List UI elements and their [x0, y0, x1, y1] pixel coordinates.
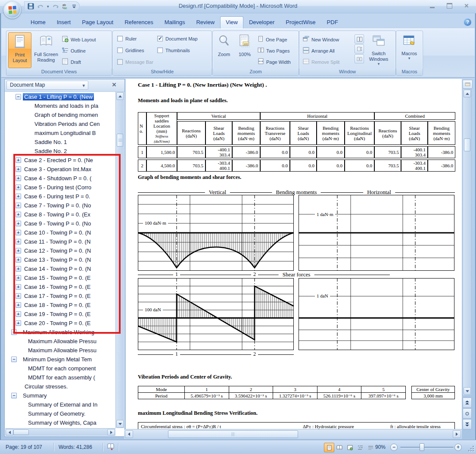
docmap-item[interactable]: Graph of bending momen [6, 110, 115, 119]
document-vertical-scrollbar[interactable] [463, 89, 472, 396]
status-print-layout-icon[interactable] [324, 443, 334, 452]
macros-button[interactable]: Macros ▾ [398, 32, 421, 68]
status-outline-icon[interactable] [355, 443, 365, 452]
tab-projectwise[interactable]: ProjectWise [280, 16, 321, 29]
tab-mailings[interactable]: Mailings [159, 16, 191, 29]
scroll-down-icon[interactable] [464, 387, 471, 395]
word-count[interactable]: Words: 41,286 [59, 444, 92, 450]
tab-pdf[interactable]: PDF [321, 16, 344, 29]
next-page-icon[interactable] [463, 419, 472, 429]
outline-button[interactable]: Outline [61, 46, 97, 55]
previous-page-icon[interactable] [463, 398, 472, 408]
docmap-item[interactable]: Summary of Weights, Capa [6, 418, 115, 427]
switch-windows-button[interactable]: Switch Windows ▾ [365, 32, 392, 68]
one-page-button[interactable]: One Page [256, 35, 292, 44]
arrange-all-button[interactable]: Arrange All [302, 46, 341, 55]
tab-insert[interactable]: Insert [51, 16, 77, 29]
ruler-checkbox[interactable]: Ruler [117, 35, 137, 42]
scroll-up-icon[interactable] [116, 92, 124, 100]
full-screen-reading-button[interactable]: Full Screen Reading [33, 32, 59, 68]
qat-customize-icon[interactable] [72, 4, 76, 9]
docmap-item[interactable]: Vibration Periods and Cen [6, 119, 115, 128]
tab-references[interactable]: References [119, 16, 159, 29]
tab-review[interactable]: Review [190, 16, 220, 29]
view-side-by-side-icon[interactable] [355, 34, 364, 44]
scrollbar-thumb[interactable] [13, 429, 29, 435]
print-layout-button[interactable]: Print Layout [8, 32, 31, 68]
view-ruler-toggle[interactable] [463, 80, 473, 89]
collapse-icon[interactable]: − [11, 393, 17, 398]
document-horizontal-scrollbar[interactable] [124, 429, 462, 439]
document-map-dropdown[interactable]: Document Map [6, 81, 88, 90]
docmap-item[interactable]: Saddle No. 1 [6, 138, 115, 147]
gridlines-checkbox[interactable]: Gridlines [117, 47, 144, 53]
document-map-checkbox-box[interactable] [157, 36, 163, 41]
maximize-button[interactable] [444, 2, 454, 9]
docmap-item[interactable]: Maximum Allowable Pressu [6, 346, 115, 355]
collapse-icon[interactable]: − [11, 357, 17, 362]
zoom-level[interactable]: 90% [375, 444, 386, 450]
scroll-left-icon[interactable] [125, 430, 133, 438]
docmap-item[interactable]: MDMT for each component [6, 364, 115, 373]
status-full-screen-icon[interactable] [334, 443, 345, 452]
minimize-button[interactable] [427, 2, 437, 9]
zoom-slider-handle[interactable] [420, 443, 424, 451]
help-icon[interactable]: ? [464, 19, 471, 26]
thumbnails-checkbox[interactable]: Thumbnails [157, 47, 190, 53]
tab-developer[interactable]: Developer [243, 16, 280, 29]
close-button[interactable]: ✕ [461, 2, 472, 9]
scrollbar-thumb[interactable] [168, 430, 298, 438]
page-indicator[interactable]: Page: 19 of 107 [6, 444, 42, 450]
zoom-slider-track[interactable] [400, 447, 454, 448]
thumbnails-checkbox-box[interactable] [157, 47, 163, 53]
zoom-100-button[interactable]: 100 100% [235, 32, 255, 68]
collapse-icon[interactable]: − [16, 94, 21, 100]
new-window-button[interactable]: New Window [302, 35, 341, 44]
docmap-item[interactable]: −Minimum Design Metal Tem [6, 355, 115, 364]
group-window: New Window Arrange All Remove Split Swit… [299, 31, 396, 76]
docmap-item[interactable]: Summary of Geometry. [6, 409, 115, 418]
zoom-out-icon[interactable]: − [390, 444, 398, 451]
scroll-down-icon[interactable] [116, 420, 124, 428]
scroll-right-icon[interactable] [107, 429, 115, 435]
docmap-item[interactable]: Maximum Allowable Pressu [6, 337, 115, 346]
draft-button[interactable]: Draft [61, 57, 97, 66]
scroll-right-icon[interactable] [453, 430, 461, 438]
status-web-layout-icon[interactable] [345, 443, 355, 452]
docmap-item[interactable]: Moments and loads in pla [6, 101, 115, 110]
gridlines-checkbox-box[interactable] [117, 47, 123, 53]
save-icon[interactable] [28, 3, 34, 9]
docmap-item[interactable]: maximum Longitudinal B [6, 128, 115, 138]
select-browse-object-icon[interactable] [463, 408, 472, 419]
undo-dropdown-icon[interactable]: ▾ [47, 5, 49, 8]
zoom-button[interactable]: Zoom [214, 32, 234, 68]
zoom-in-icon[interactable]: + [454, 444, 462, 451]
tab-view[interactable]: View [220, 16, 243, 29]
status-draft-icon[interactable] [365, 443, 376, 452]
docmap-item[interactable]: Summary of External and In [6, 400, 115, 409]
docmap-item[interactable]: Circular stresses. [6, 382, 115, 391]
tab-home[interactable]: Home [25, 16, 51, 29]
scroll-left-icon[interactable] [6, 429, 13, 435]
web-layout-button[interactable]: Web Layout [61, 35, 97, 44]
document-map-checkbox[interactable]: Document Map [157, 35, 198, 42]
docmap-item[interactable]: −Summary [6, 391, 115, 400]
one-page-icon [258, 36, 264, 43]
ruler-checkbox-box[interactable] [117, 36, 123, 41]
office-button[interactable] [3, 1, 21, 19]
scrollbar-thumb[interactable] [117, 134, 123, 147]
replace-icon[interactable]: abac [62, 3, 69, 9]
docmap-item[interactable]: −Case 1 - Lifting P = 0. (New [6, 92, 115, 101]
two-pages-button[interactable]: Two Pages [256, 46, 292, 55]
document-map-horizontal-scrollbar[interactable] [5, 428, 115, 436]
proofing-status-icon[interactable] [107, 443, 115, 452]
undo-icon[interactable] [37, 3, 44, 9]
docmap-item[interactable]: MDMT for each assembly ( [6, 373, 115, 382]
document-map-close-icon[interactable]: ✕ [110, 81, 118, 89]
redo-icon[interactable] [52, 3, 59, 9]
page-width-button[interactable]: Page Width [256, 57, 292, 66]
scroll-up-icon[interactable] [464, 90, 471, 97]
scrollbar-thumb[interactable] [464, 138, 470, 151]
resize-grip-icon[interactable] [468, 445, 474, 451]
tab-page-layout[interactable]: Page Layout [76, 16, 119, 29]
